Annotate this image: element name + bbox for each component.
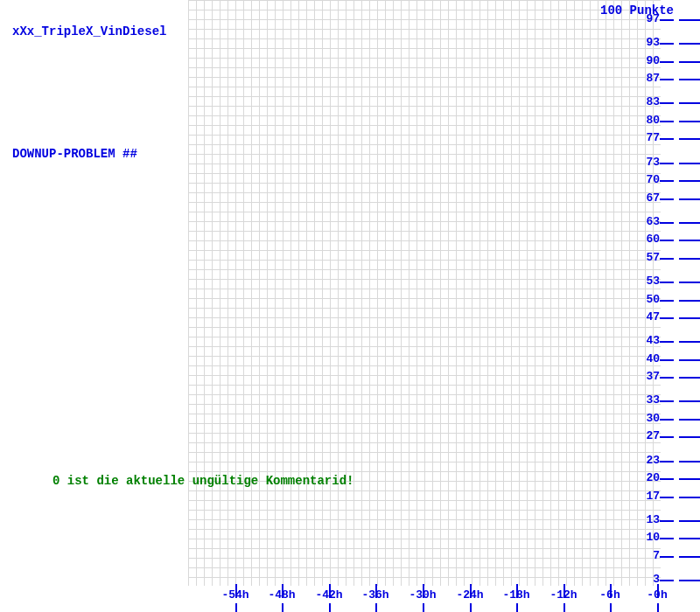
y-tick [679, 79, 700, 80]
y-tick [660, 461, 674, 462]
y-tick [679, 478, 700, 480]
x-tick [423, 603, 424, 612]
problem-label: DOWNUP-PROBLEM ## [12, 147, 137, 161]
y-tick [660, 43, 674, 45]
y-tick-label: 93 [639, 36, 660, 49]
y-tick [660, 79, 674, 80]
y-tick-label: 40 [639, 352, 660, 365]
y-tick [660, 282, 674, 283]
x-tick [657, 584, 659, 598]
x-tick [564, 603, 565, 612]
y-tick [679, 222, 700, 224]
y-tick-label: 50 [639, 293, 660, 306]
x-tick [470, 603, 472, 612]
y-tick [660, 497, 674, 498]
x-tick [423, 584, 424, 598]
y-tick [679, 520, 700, 522]
y-tick [660, 198, 674, 200]
y-tick [679, 163, 700, 164]
y-tick-label: 73 [639, 156, 660, 169]
y-tick [679, 43, 700, 45]
y-tick-label: 10 [639, 531, 660, 544]
x-tick [282, 584, 284, 598]
y-tick [679, 419, 700, 421]
y-tick [679, 317, 700, 319]
y-tick-label: 43 [639, 334, 660, 347]
x-tick [329, 603, 331, 612]
y-tick [660, 359, 674, 361]
y-tick [660, 436, 674, 438]
y-tick-label: 77 [639, 131, 660, 144]
x-tick [610, 584, 612, 598]
y-tick [660, 163, 674, 164]
x-tick [470, 584, 472, 598]
y-tick [660, 121, 674, 122]
y-tick-label: 90 [639, 54, 660, 67]
y-tick [660, 538, 674, 539]
x-tick [329, 584, 331, 598]
y-tick-label: 67 [639, 191, 660, 205]
y-tick-label: 30 [639, 412, 660, 425]
y-tick-label: 13 [639, 513, 660, 526]
x-tick [516, 603, 518, 612]
y-tick [679, 282, 700, 283]
y-tick-label: 57 [639, 251, 660, 264]
y-tick [660, 300, 674, 302]
y-tick [660, 240, 674, 241]
y-tick [679, 580, 700, 581]
y-tick [679, 341, 700, 343]
y-tick [679, 538, 700, 539]
x-tick [375, 603, 377, 612]
x-tick [564, 584, 565, 598]
y-tick [679, 359, 700, 361]
y-tick-label: 70 [639, 173, 660, 186]
y-tick [660, 138, 674, 140]
x-tick [516, 584, 518, 598]
y-tick-label: 37 [639, 370, 660, 383]
y-tick [660, 222, 674, 224]
y-tick-label: 27 [639, 429, 660, 442]
y-tick [679, 102, 700, 104]
y-tick [660, 478, 674, 480]
y-tick [679, 180, 700, 182]
y-tick [679, 436, 700, 438]
y-tick [679, 258, 700, 260]
x-tick [235, 584, 237, 598]
y-tick-label: 63 [639, 215, 660, 228]
chart-container: xXx_TripleX_VinDiesel DOWNUP-PROBLEM ## … [0, 0, 700, 612]
y-tick-label: 80 [639, 114, 660, 127]
y-tick-label: 33 [639, 393, 660, 407]
y-tick [679, 461, 700, 462]
y-tick [679, 497, 700, 498]
y-tick-label: 60 [639, 233, 660, 246]
y-tick [660, 180, 674, 182]
y-tick [679, 377, 700, 379]
chart-grid [188, 0, 661, 586]
y-tick-label: 83 [639, 95, 660, 108]
y-tick [660, 520, 674, 522]
y-tick [660, 102, 674, 104]
y-tick-label: 87 [639, 72, 660, 85]
y-tick [660, 341, 674, 343]
x-tick [375, 584, 377, 598]
y-tick [679, 138, 700, 140]
y-tick [660, 419, 674, 421]
y-tick [660, 19, 674, 21]
y-tick [660, 580, 674, 581]
user-label: xXx_TripleX_VinDiesel [12, 24, 166, 38]
y-tick [660, 258, 674, 260]
y-tick [679, 400, 700, 402]
y-tick [679, 61, 700, 63]
y-tick-label: 20 [639, 471, 660, 484]
y-tick [660, 317, 674, 319]
y-tick-label: 17 [639, 490, 660, 503]
x-tick [282, 603, 284, 612]
y-tick [660, 377, 674, 379]
y-tick-label: 47 [639, 310, 660, 323]
y-tick [660, 400, 674, 402]
y-tick-label: 97 [639, 12, 660, 25]
y-tick [679, 198, 700, 200]
x-tick [235, 603, 237, 612]
y-tick [679, 121, 700, 122]
x-tick [657, 603, 659, 612]
